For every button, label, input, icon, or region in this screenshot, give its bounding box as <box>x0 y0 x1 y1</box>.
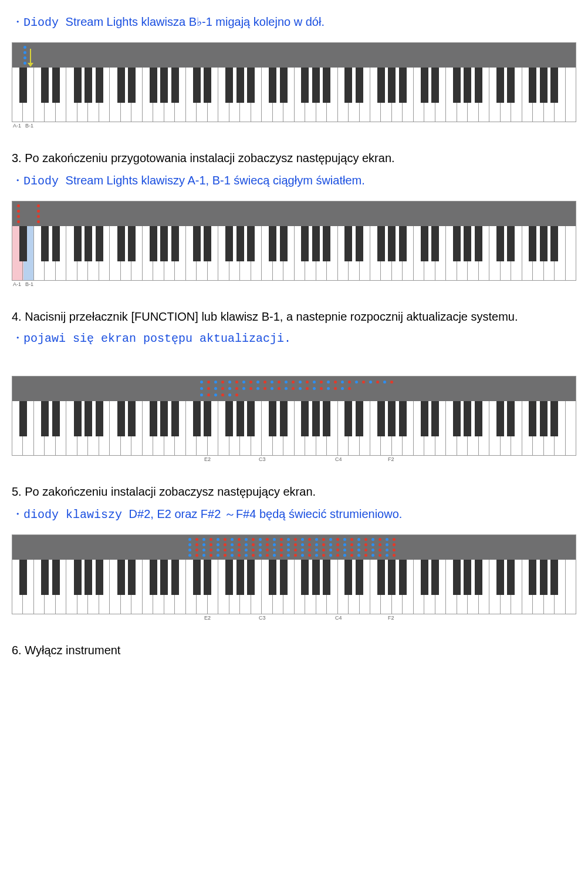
led-indicator <box>17 210 20 213</box>
note-label: F2 <box>388 615 394 622</box>
bullet-line-3: ・Diody Stream Lights klawiszy A-1, B-1 ś… <box>12 173 576 189</box>
note-label: C3 <box>259 615 266 622</box>
note-label: C3 <box>259 456 266 463</box>
keyboard-diagram-4: E2 C3 C4 F2 <box>12 534 576 614</box>
keyboard-diagram-2: A-1 B-1 <box>12 201 576 281</box>
bullet-keyword: ・Diody <box>12 174 59 188</box>
note-label: A-1 <box>13 123 21 130</box>
piano-keys <box>12 401 576 455</box>
note-label: B-1 <box>25 281 33 288</box>
bullet-text: Stream Lights klawiszy A-1, B-1 świecą c… <box>62 174 365 187</box>
bullet-keyword: ・diody klawiszy <box>12 508 122 522</box>
led-indicator <box>37 210 40 213</box>
bullet-line-1: ・Diody Stream Lights klawisza B♭-1 migaj… <box>12 14 576 31</box>
keyboard-diagram-3: E2 C3 C4 F2 <box>12 376 576 456</box>
step-3-text: 3. Po zakończeniu przygotowania instalac… <box>12 150 576 166</box>
note-label: A-1 <box>13 281 21 288</box>
note-labels: E2 C3 C4 F2 <box>12 615 576 622</box>
led-indicator <box>17 220 20 223</box>
note-labels: A-1 B-1 <box>12 123 576 130</box>
piano-keys <box>12 68 576 122</box>
led-indicator <box>37 215 40 218</box>
led-indicator <box>23 56 26 59</box>
piano-keys <box>12 226 576 280</box>
note-labels: A-1 B-1 <box>12 281 576 288</box>
led-strip <box>12 535 576 560</box>
bullet-line-4: ・pojawi się ekran postępu aktualizacji. <box>12 331 576 347</box>
bullet-text: D#2, E2 oraz F#2 ～F#4 będą świecić strum… <box>126 507 402 520</box>
note-label: F2 <box>388 456 394 463</box>
led-indicator <box>37 204 40 207</box>
step-5-text: 5. Po zakończeniu instalacji zobaczysz n… <box>12 484 576 499</box>
led-strip <box>12 43 576 68</box>
step-6-text: 6. Wyłącz instrument <box>12 643 576 658</box>
arrow-down-icon <box>30 49 31 64</box>
note-label: C4 <box>335 456 342 463</box>
step-4-text: 4. Nacisnij przełacznik [FUNCTION] lub k… <box>12 309 576 324</box>
note-label: B-1 <box>25 123 33 130</box>
bullet-line-5: ・diody klawiszy D#2, E2 oraz F#2 ～F#4 bę… <box>12 506 576 523</box>
led-strip <box>12 376 576 401</box>
keyboard-diagram-1: A-1 B-1 <box>12 42 576 122</box>
led-indicator <box>23 51 26 54</box>
bullet-text: Stream Lights klawisza B♭-1 migają kolej… <box>62 15 325 28</box>
note-labels: E2 C3 C4 F2 <box>12 456 576 463</box>
note-label: E2 <box>204 456 211 463</box>
led-indicator <box>37 220 40 223</box>
led-indicator <box>17 215 20 218</box>
note-label: C4 <box>335 615 342 622</box>
bullet-keyword: ・Diody <box>12 16 59 29</box>
led-indicator <box>17 204 20 207</box>
led-strip <box>12 201 576 226</box>
note-label: E2 <box>204 615 211 622</box>
led-indicator <box>23 62 26 65</box>
led-indicator <box>23 46 26 49</box>
piano-keys <box>12 560 576 614</box>
